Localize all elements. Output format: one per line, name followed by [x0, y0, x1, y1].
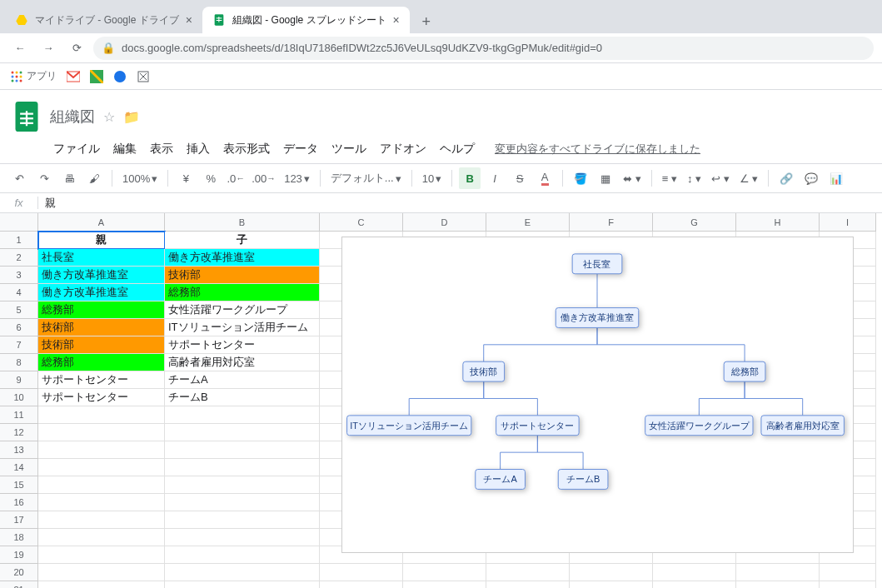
cell[interactable]: 総務部 [38, 354, 165, 371]
row-header[interactable]: 17 [0, 511, 38, 529]
col-header[interactable]: H [736, 213, 820, 232]
menu-addons[interactable]: アドオン [376, 140, 430, 158]
cell[interactable]: 社長室 [38, 249, 165, 267]
redo-button[interactable]: ↷ [33, 167, 55, 189]
cell[interactable]: 働き方改革推進室 [38, 267, 165, 284]
menu-tools[interactable]: ツール [328, 140, 370, 158]
bookmark-gmail[interactable] [67, 70, 80, 83]
cell[interactable] [570, 564, 653, 581]
cell[interactable] [320, 581, 403, 588]
row-header[interactable]: 15 [0, 476, 38, 494]
strikethrough-button[interactable]: S [509, 167, 531, 189]
bold-button[interactable]: B [459, 167, 481, 189]
row-header[interactable]: 16 [0, 494, 38, 511]
cell[interactable] [165, 459, 320, 476]
row-header[interactable]: 9 [0, 371, 38, 389]
cell[interactable]: ITソリューション活用チーム [165, 319, 320, 336]
cell[interactable] [165, 511, 320, 529]
cell[interactable]: 技術部 [165, 267, 320, 284]
col-header[interactable]: B [165, 213, 320, 232]
cell[interactable]: サポートセンター [38, 389, 165, 406]
col-header[interactable]: G [653, 213, 736, 232]
text-wrap-button[interactable]: ↩ ▾ [708, 172, 733, 185]
row-header[interactable]: 8 [0, 354, 38, 371]
insert-link-button[interactable]: 🔗 [775, 167, 797, 189]
col-header[interactable]: C [320, 213, 403, 232]
cell[interactable] [165, 546, 320, 564]
org-node[interactable]: チームA [476, 470, 526, 490]
font-size-dropdown[interactable]: 10 ▾ [419, 172, 445, 185]
cell[interactable] [486, 564, 570, 581]
cell[interactable] [38, 459, 165, 476]
cell[interactable] [165, 424, 320, 441]
print-button[interactable]: 🖶 [58, 167, 80, 189]
menu-edit[interactable]: 編集 [110, 140, 140, 158]
number-format-dropdown[interactable]: 123▾ [281, 172, 313, 185]
cell[interactable]: 技術部 [38, 319, 165, 336]
menu-format[interactable]: 表示形式 [220, 140, 273, 158]
cell[interactable]: 働き方改革推進室 [38, 284, 165, 301]
cell[interactable] [38, 581, 165, 588]
undo-button[interactable]: ↶ [8, 167, 30, 189]
cell[interactable] [38, 441, 165, 459]
row-header[interactable]: 6 [0, 319, 38, 336]
menu-help[interactable]: ヘルプ [436, 140, 478, 158]
sheets-logo[interactable] [12, 97, 42, 137]
save-status[interactable]: 変更内容をすべてドライブに保存しました [495, 142, 700, 157]
org-node[interactable]: 女性活躍ワークグループ [645, 416, 753, 436]
cell[interactable] [820, 564, 876, 581]
cell[interactable]: 総務部 [38, 301, 165, 319]
apps-button[interactable]: アプリ [10, 69, 57, 83]
cell[interactable] [403, 564, 486, 581]
close-icon[interactable]: × [186, 13, 192, 27]
row-header[interactable]: 1 [0, 232, 38, 249]
org-chart[interactable]: 社長室働き方改革推進室技術部総務部ITソリューション活用チームサポートセンター女… [341, 237, 854, 553]
org-node[interactable]: 働き方改革推進室 [556, 308, 638, 328]
borders-button[interactable]: ▦ [595, 167, 616, 189]
merge-cells-button[interactable]: ⬌ ▾ [620, 172, 645, 185]
menu-file[interactable]: ファイル [50, 140, 103, 158]
cell[interactable]: 技術部 [38, 336, 165, 354]
decrease-decimal-button[interactable]: .0← [225, 167, 247, 189]
cell[interactable]: 総務部 [165, 284, 320, 301]
row-header[interactable]: 14 [0, 459, 38, 476]
cell[interactable] [165, 406, 320, 424]
text-color-button[interactable]: A [534, 167, 556, 189]
cell[interactable] [736, 581, 820, 588]
cell[interactable]: サポートセンター [38, 371, 165, 389]
cell[interactable]: 女性活躍ワークグループ [165, 301, 320, 319]
star-icon[interactable]: ☆ [103, 109, 115, 125]
text-rotation-button[interactable]: ∠ ▾ [736, 172, 762, 185]
cell[interactable] [320, 564, 403, 581]
folder-icon[interactable]: 📁 [123, 109, 140, 125]
cell[interactable] [165, 476, 320, 494]
cell[interactable] [38, 546, 165, 564]
browser-tab-sheets[interactable]: 組織図 - Google スプレッドシート × [202, 7, 410, 33]
menu-data[interactable]: データ [280, 140, 321, 158]
vertical-align-button[interactable]: ↕ ▾ [684, 172, 705, 185]
doc-title[interactable]: 組織図 [50, 107, 95, 127]
org-node[interactable]: 総務部 [724, 361, 765, 381]
cell[interactable] [38, 406, 165, 424]
cell[interactable]: 働き方改革推進室 [165, 249, 320, 267]
cell[interactable] [736, 564, 820, 581]
cell[interactable] [38, 476, 165, 494]
cell[interactable] [165, 564, 320, 581]
menu-insert[interactable]: 挿入 [183, 140, 213, 158]
cell[interactable] [570, 581, 653, 588]
fill-color-button[interactable]: 🪣 [570, 167, 591, 189]
bookmark-item[interactable] [137, 70, 150, 83]
row-header[interactable]: 7 [0, 336, 38, 354]
org-node[interactable]: 高齢者雇用対応室 [761, 416, 844, 436]
row-header[interactable]: 2 [0, 249, 38, 267]
cell[interactable] [653, 581, 736, 588]
row-header[interactable]: 19 [0, 546, 38, 564]
row-header[interactable]: 11 [0, 406, 38, 424]
cell[interactable] [820, 581, 876, 588]
cell[interactable]: チームA [165, 371, 320, 389]
cell[interactable] [165, 441, 320, 459]
back-button[interactable]: ← [8, 37, 32, 60]
row-header[interactable]: 21 [0, 581, 38, 588]
col-header[interactable]: F [570, 213, 653, 232]
select-all-corner[interactable] [0, 213, 38, 232]
